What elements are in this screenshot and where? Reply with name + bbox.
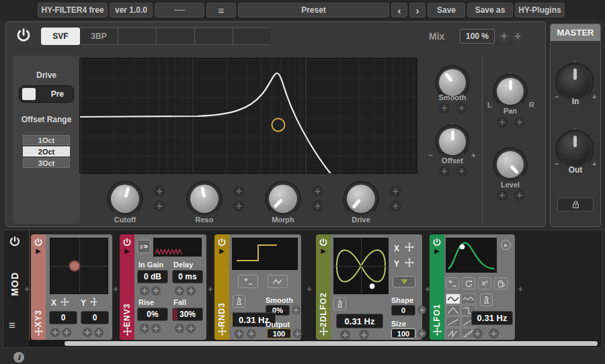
dlfo2-rate-plus-1[interactable]: + <box>340 330 350 340</box>
env3-rise-plus-1[interactable]: + <box>140 324 149 333</box>
smooth-knob[interactable] <box>439 69 466 96</box>
smooth-mod-plus-2[interactable]: + <box>456 103 467 113</box>
power-icon[interactable] <box>432 238 442 247</box>
add-mod-slot-3[interactable]: + <box>305 284 314 293</box>
lfo1-sync-button[interactable] <box>480 293 493 306</box>
pan-knob[interactable] <box>497 78 524 105</box>
master-out-knob[interactable] <box>559 134 590 165</box>
mod-list-menu-button[interactable]: ≡ <box>9 319 15 332</box>
rnd3-rate-plus-1[interactable]: + <box>235 329 244 338</box>
pan-mod-plus-2[interactable]: + <box>514 117 525 128</box>
play-icon[interactable]: ▶ <box>219 247 225 255</box>
xy3-y-plus-2[interactable]: + <box>94 328 104 337</box>
move-icon[interactable] <box>218 327 227 336</box>
xy3-x-value[interactable]: 0 <box>49 311 77 324</box>
drive-mod-plus-1[interactable]: + <box>390 185 401 197</box>
morph-knob[interactable] <box>269 185 297 213</box>
slot-select-button[interactable]: ---- <box>155 3 204 17</box>
move-icon[interactable] <box>34 327 43 336</box>
dlfo2-rate-plus-2[interactable]: + <box>359 330 369 340</box>
reso-mod-plus-1[interactable]: + <box>233 185 245 197</box>
master-lock-button[interactable] <box>557 197 594 212</box>
power-icon[interactable] <box>319 238 328 247</box>
reso-knob[interactable] <box>190 185 218 213</box>
move-icon[interactable] <box>90 298 99 306</box>
mix-mod-plus-2[interactable]: + <box>512 31 523 42</box>
save-as-button[interactable]: Save as <box>467 3 513 17</box>
tab-svf[interactable]: SVF <box>41 28 80 45</box>
lfo1-bipolar-button[interactable] <box>446 277 459 289</box>
mod-scrollbar-thumb[interactable] <box>65 341 598 346</box>
add-mod-slot-5[interactable]: + <box>516 284 525 293</box>
play-icon[interactable]: ▶ <box>36 247 41 255</box>
env3-delay-plus-1[interactable]: + <box>175 286 184 295</box>
drive-mod-plus-2[interactable]: + <box>390 200 401 212</box>
rnd3-sync-button[interactable] <box>233 295 245 308</box>
preset-prev-button[interactable]: ‹ <box>391 3 407 17</box>
lfo1-rate-plus-1[interactable]: + <box>473 328 483 338</box>
tab-empty-4[interactable] <box>233 28 271 45</box>
mix-mod-plus-1[interactable]: + <box>499 31 510 42</box>
env3-fall-value[interactable]: 30% <box>172 308 203 321</box>
preset-next-button[interactable]: › <box>409 3 426 17</box>
offset-range-1oct[interactable]: 1Oct <box>23 135 70 145</box>
morph-mod-plus-1[interactable]: + <box>312 185 323 197</box>
filter-power-button[interactable] <box>15 28 32 44</box>
power-icon[interactable] <box>217 238 227 247</box>
rnd3-bipolar-button[interactable] <box>238 275 258 288</box>
xy3-x-plus-1[interactable]: + <box>50 328 60 337</box>
rnd3-slope-mode-button[interactable] <box>268 275 288 288</box>
plugin-name-button[interactable]: HY-FILTER4 free <box>38 3 108 17</box>
env3-delay-plus-2[interactable]: + <box>186 286 196 295</box>
move-icon[interactable] <box>61 298 69 306</box>
env3-fall-plus-2[interactable]: + <box>186 324 196 333</box>
waveform-saw-button[interactable] <box>446 328 460 338</box>
env3-in-gain-plus-1[interactable]: + <box>140 286 149 295</box>
waveform-ramp-button[interactable] <box>446 316 460 327</box>
add-mod-slot-0[interactable]: + <box>22 284 32 293</box>
offset-mod-plus-2[interactable]: + <box>456 166 467 177</box>
preset-field[interactable]: Preset <box>238 3 389 17</box>
tab-3bp[interactable]: 3BP <box>79 28 118 45</box>
power-icon[interactable] <box>122 238 132 247</box>
reso-mod-plus-2[interactable]: + <box>233 200 245 212</box>
level-mod-plus-1[interactable]: + <box>497 190 508 201</box>
move-icon[interactable] <box>433 327 442 336</box>
mod-power-button[interactable] <box>9 236 21 248</box>
move-icon[interactable] <box>405 258 414 267</box>
menu-button[interactable]: ≡ <box>206 3 236 17</box>
lfo1-exp-curve-button[interactable]: X² <box>478 277 491 289</box>
env3-fall-plus-1[interactable]: + <box>175 324 184 333</box>
mod-scrollbar-track[interactable] <box>29 340 599 347</box>
offset-range-2oct[interactable]: 2Oct <box>23 146 70 156</box>
level-mod-plus-2[interactable]: + <box>514 190 525 201</box>
lfo1-env-amount-button[interactable] <box>494 277 508 289</box>
play-icon[interactable]: ▶ <box>434 247 440 255</box>
waveform-triangle-button[interactable] <box>446 305 460 316</box>
dlfo2-size-value[interactable]: 100 <box>391 328 415 338</box>
drive-pre-toggle[interactable]: Pre <box>19 85 74 103</box>
morph-mod-plus-2[interactable]: + <box>312 200 323 212</box>
env3-in-gain-plus-2[interactable]: + <box>151 286 161 295</box>
move-icon[interactable] <box>123 327 132 336</box>
master-in-knob[interactable] <box>559 66 590 97</box>
lfo1-rate-plus-2[interactable]: + <box>489 328 499 338</box>
rnd3-rate-plus-2[interactable]: + <box>247 329 256 338</box>
mix-value[interactable]: 100 % <box>460 29 495 44</box>
lfo1-loop-button[interactable] <box>462 277 475 289</box>
waveform-sine-button[interactable] <box>446 293 460 304</box>
power-icon[interactable] <box>34 238 43 247</box>
offset-knob[interactable] <box>439 128 466 155</box>
env3-rise-plus-2[interactable]: + <box>151 324 161 333</box>
move-icon[interactable] <box>405 242 414 252</box>
xy3-pad-dot[interactable] <box>69 261 80 272</box>
rnd3-output-value[interactable]: 100 <box>267 328 291 338</box>
rnd3-output-plus[interactable]: + <box>293 329 302 338</box>
play-icon[interactable]: ▶ <box>124 247 130 255</box>
cutoff-drag-handle[interactable] <box>272 119 285 132</box>
lfo1-trigger-button[interactable]: ▶ <box>501 240 511 250</box>
drive-knob[interactable] <box>347 185 375 213</box>
move-icon[interactable] <box>319 327 328 336</box>
add-mod-slot-2[interactable]: + <box>206 284 215 293</box>
tab-empty-1[interactable] <box>118 28 157 45</box>
